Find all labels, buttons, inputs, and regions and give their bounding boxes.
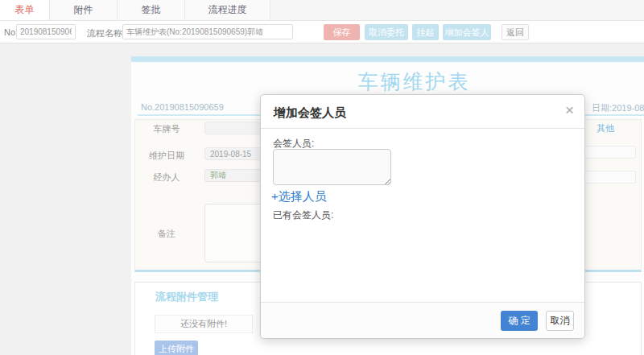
back-button[interactable]: 返回: [502, 24, 529, 40]
tab-bar: 表单 附件 签批 流程进度: [0, 0, 644, 21]
maintenance-date-label: 维护日期: [142, 150, 192, 162]
panel-top-accent-bar: [131, 56, 644, 62]
upload-attachment-button[interactable]: 上传附件: [155, 341, 198, 355]
add-countersign-button[interactable]: 增加会签人: [443, 24, 491, 40]
attachment-empty-box: 还没有附件!: [155, 315, 253, 333]
tab-form[interactable]: 表单: [0, 0, 50, 20]
process-name-label: 流程名称:: [87, 27, 125, 39]
app-screen: 表单 附件 签批 流程进度 No: 流程名称: 保存 取消委托 挂起 增加会签人…: [0, 0, 644, 355]
confirm-button[interactable]: 确 定: [501, 311, 538, 331]
attachment-section-title: 流程附件管理: [155, 290, 218, 304]
tab-attachment[interactable]: 附件: [50, 0, 118, 20]
page-title: 车辆维护表: [131, 68, 644, 95]
other-link[interactable]: 其他: [597, 122, 614, 134]
save-button[interactable]: 保存: [324, 24, 360, 40]
modal-title: 增加会签人员: [274, 105, 346, 121]
plate-number-label: 车牌号: [142, 123, 192, 135]
remark-label: 备注: [142, 228, 192, 240]
cancel-delegate-button[interactable]: 取消委托: [365, 24, 408, 40]
existing-countersign-label: 已有会签人员:: [273, 208, 333, 222]
modal-footer: 确 定 取消: [261, 302, 584, 338]
form-date-text: 日期:2019-08-15: [592, 102, 644, 114]
tab-approval[interactable]: 签批: [118, 0, 185, 20]
form-number-text: No.20190815090659: [141, 102, 224, 112]
countersign-personnel-textarea[interactable]: [273, 149, 391, 185]
close-icon[interactable]: ×: [565, 102, 574, 118]
cancel-button[interactable]: 取消: [546, 311, 574, 331]
handler-label: 经办人: [142, 171, 192, 184]
select-personnel-link[interactable]: +选择人员: [271, 189, 327, 204]
tab-process-progress[interactable]: 流程进度: [185, 0, 270, 20]
modal-header: 增加会签人员 ×: [261, 95, 584, 129]
suspend-button[interactable]: 挂起: [412, 24, 439, 40]
add-countersign-modal: 增加会签人员 × 会签人员: +选择人员 已有会签人员: 确 定 取消: [260, 94, 585, 339]
process-name-input[interactable]: [122, 24, 293, 39]
toolbar: No: 流程名称: 保存 取消委托 挂起 增加会签人 返回: [0, 21, 644, 43]
no-input[interactable]: [16, 24, 76, 39]
